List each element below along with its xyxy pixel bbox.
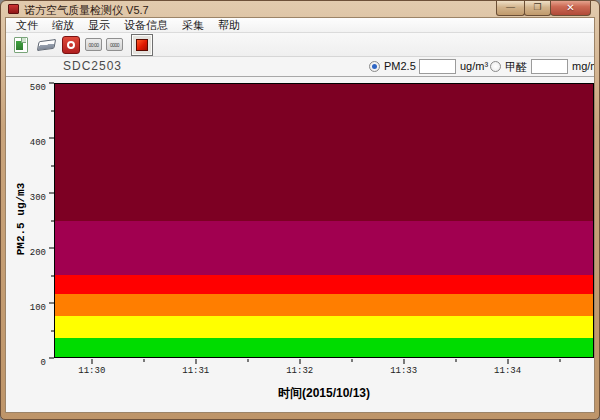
excel-export-icon [14, 37, 28, 53]
window-title: 诺方空气质量检测仪 V5.7 [24, 3, 149, 18]
pm25-radio[interactable] [369, 61, 380, 72]
pm25-label: PM2.5 [384, 60, 416, 72]
app-icon [8, 4, 19, 14]
client-area: 文件 缩放 显示 设备信息 采集 帮助 00:00 0000 [5, 17, 595, 413]
color-band [55, 275, 593, 294]
caption-buttons: — ❐ ✕ [497, 1, 591, 16]
chart-plot-area[interactable] [54, 83, 594, 358]
record-stop-button[interactable] [131, 34, 153, 56]
formaldehyde-label: 甲醛 [505, 60, 527, 75]
content-area: SDC2503 PM2.5 ug/m³ 甲醛 mg/m³ PM2.5 ug/m3… [6, 57, 594, 412]
x-tick-label: 11:34 [494, 366, 521, 376]
menu-help[interactable]: 帮助 [211, 18, 247, 32]
measurement-selector-row: PM2.5 ug/m³ 甲醛 mg/m³ [366, 58, 594, 74]
color-band [55, 316, 593, 338]
menu-device-info[interactable]: 设备信息 [117, 18, 175, 32]
app-window: 诺方空气质量检测仪 V5.7 — ❐ ✕ 文件 缩放 显示 设备信息 采集 帮助 [0, 0, 600, 420]
clear-button[interactable] [36, 35, 56, 55]
x-major-tick [507, 359, 508, 364]
x-axis-title: 时间(2015/10/13) [54, 385, 594, 402]
x-tick-label: 11:30 [78, 366, 105, 376]
color-band [55, 84, 593, 221]
timer-button-2[interactable]: 0000 [106, 38, 123, 51]
y-tick-label: 200 [30, 248, 46, 258]
power-icon [62, 36, 80, 54]
timer-button-1[interactable]: 00:00 [85, 38, 102, 51]
x-tick-label: 11:31 [182, 366, 209, 376]
menu-display[interactable]: 显示 [81, 18, 117, 32]
x-major-tick [91, 359, 92, 364]
maximize-button[interactable]: ❐ [524, 1, 551, 16]
x-major-tick [403, 359, 404, 364]
color-band [55, 294, 593, 316]
y-axis: 0100200300400500 [6, 83, 54, 358]
device-model-label: SDC2503 [63, 59, 122, 73]
minimize-button[interactable]: — [496, 1, 525, 16]
pm25-value-input[interactable] [419, 59, 456, 74]
menu-zoom[interactable]: 缩放 [45, 18, 81, 32]
y-tick-label: 0 [41, 358, 46, 368]
toolbar: 00:00 0000 [6, 33, 594, 57]
y-tick-label: 300 [30, 193, 46, 203]
menu-bar: 文件 缩放 显示 设备信息 采集 帮助 [6, 18, 594, 33]
panel-separator [6, 76, 594, 77]
x-minor-tick [247, 359, 248, 362]
y-tick-label: 100 [30, 303, 46, 313]
export-excel-button[interactable] [11, 35, 31, 55]
y-tick-label: 400 [30, 138, 46, 148]
x-minor-tick [455, 359, 456, 362]
eraser-icon [36, 38, 55, 50]
color-band [55, 221, 593, 276]
color-band [55, 338, 593, 357]
power-button[interactable] [61, 35, 81, 55]
x-minor-tick [351, 359, 352, 362]
menu-collect[interactable]: 采集 [175, 18, 211, 32]
x-minor-tick [143, 359, 144, 362]
x-major-tick [299, 359, 300, 364]
x-tick-label: 11:33 [390, 366, 417, 376]
y-tick-label: 500 [30, 83, 46, 93]
formaldehyde-value-input[interactable] [531, 59, 568, 74]
x-minor-tick [559, 359, 560, 362]
menu-file[interactable]: 文件 [9, 18, 45, 32]
x-tick-label: 11:32 [286, 366, 313, 376]
title-bar[interactable]: 诺方空气质量检测仪 V5.7 — ❐ ✕ [1, 1, 599, 17]
close-button[interactable]: ✕ [550, 1, 591, 16]
formaldehyde-unit-label: mg/m³ [572, 60, 595, 72]
x-major-tick [195, 359, 196, 364]
formaldehyde-radio[interactable] [490, 61, 501, 72]
red-square-icon [136, 39, 148, 51]
pm25-unit-label: ug/m³ [460, 60, 488, 72]
